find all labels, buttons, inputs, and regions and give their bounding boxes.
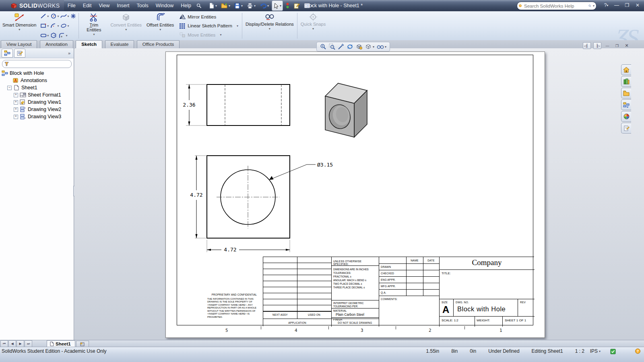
display-style-button[interactable]: ▾ bbox=[365, 43, 374, 50]
undo-button[interactable]: ▾ bbox=[258, 0, 270, 11]
smart-dimension-caret[interactable]: ▾ bbox=[19, 28, 20, 31]
tab-view-layout[interactable]: View Layout bbox=[1, 40, 37, 48]
tags-status-icon[interactable] bbox=[610, 349, 616, 354]
quick-tips-icon[interactable]: ? bbox=[635, 348, 641, 354]
linear-pattern-caret[interactable]: ▾ bbox=[237, 24, 238, 28]
dimension-height[interactable]: 4.72 bbox=[190, 192, 202, 198]
custom-properties-tab[interactable] bbox=[621, 123, 631, 134]
menu-view[interactable]: View bbox=[95, 1, 113, 10]
tree-item-drawing-view3[interactable]: + Drawing View3 bbox=[0, 113, 74, 120]
circle-tool[interactable]: ▾ bbox=[50, 13, 59, 19]
sheet1-tab[interactable]: Sheet1 bbox=[47, 340, 75, 347]
minimize-button[interactable]: — bbox=[612, 2, 621, 9]
drawing-view-top[interactable]: 2.36 bbox=[174, 81, 295, 130]
menu-edit[interactable]: Edit bbox=[79, 1, 95, 10]
app-help-button[interactable]: ?▾ bbox=[601, 2, 611, 9]
smart-dimension-button[interactable]: Smart Dimension ▾ bbox=[0, 11, 39, 40]
hole-diameter-callout[interactable]: Ø3.15 bbox=[317, 162, 333, 168]
close-button[interactable]: ✕ bbox=[633, 2, 642, 9]
hide-show-items-button[interactable]: ▾ bbox=[377, 44, 386, 49]
move-entities-button[interactable]: Move Entities ▾ bbox=[178, 31, 239, 38]
tree-item-annotations[interactable]: A Annotations bbox=[0, 77, 74, 84]
view-palette-tab[interactable] bbox=[621, 111, 631, 122]
tab-annotation[interactable]: Annotation bbox=[40, 40, 73, 48]
convert-entities-button[interactable]: Convert Entities ▾ bbox=[108, 11, 144, 40]
fillet-tool[interactable]: ▾ bbox=[58, 32, 68, 39]
featuremanager-tab[interactable] bbox=[2, 49, 13, 58]
menu-insert[interactable]: Insert bbox=[113, 1, 133, 10]
units-selector[interactable]: IPS ▾ bbox=[590, 348, 601, 354]
prev-sheet-button[interactable]: ◀ bbox=[8, 340, 16, 347]
3d-drawing-view-button[interactable] bbox=[356, 43, 363, 50]
linear-sketch-pattern-button[interactable]: Linear Sketch Pattern ▾ bbox=[178, 23, 239, 29]
save-button[interactable]: ▾ bbox=[233, 0, 244, 11]
add-sheet-tab[interactable] bbox=[76, 341, 89, 347]
quick-snaps-caret[interactable]: ▾ bbox=[312, 27, 314, 31]
dimension-width[interactable]: 4.72 bbox=[224, 247, 236, 253]
view-sketch-button[interactable] bbox=[338, 43, 344, 50]
rebuild-traffic-icon[interactable] bbox=[285, 0, 291, 11]
restore-button[interactable]: ❐ bbox=[622, 2, 632, 9]
spline-tool[interactable]: ▾ bbox=[60, 13, 69, 19]
zoom-to-area-button[interactable] bbox=[329, 43, 335, 50]
panel-collapse-chevron[interactable]: » bbox=[68, 51, 72, 56]
line-tool[interactable]: ▾ bbox=[39, 13, 49, 19]
expand-box[interactable]: + bbox=[14, 115, 18, 119]
search-dropdown-caret[interactable]: ▾ bbox=[593, 4, 594, 8]
menu-pin-icon[interactable] bbox=[195, 2, 203, 10]
doc-minimize-button[interactable]: — bbox=[604, 43, 611, 49]
open-button[interactable]: ▾ bbox=[220, 0, 231, 11]
quick-snaps-button[interactable]: Quick Snaps ▾ bbox=[298, 11, 328, 40]
tree-item-drawing-view1[interactable]: + Drawing View1 bbox=[0, 99, 74, 106]
slot-tool[interactable]: ▾ bbox=[39, 32, 49, 39]
filter-input[interactable] bbox=[10, 61, 69, 67]
polygon-tool[interactable] bbox=[50, 32, 58, 39]
collapse-right-pane-button[interactable]: ▕▷ bbox=[593, 42, 601, 49]
display-delete-relations-caret[interactable]: ▾ bbox=[269, 27, 270, 31]
menu-help[interactable]: Help bbox=[177, 1, 195, 10]
convert-entities-caret[interactable]: ▾ bbox=[125, 28, 127, 31]
collapse-left-pane-button[interactable]: ◁▏ bbox=[583, 42, 591, 49]
tree-filter[interactable] bbox=[2, 60, 72, 68]
drawing-view-isometric[interactable] bbox=[322, 78, 376, 144]
file-properties-button[interactable] bbox=[292, 0, 301, 11]
print-button[interactable]: ▾ bbox=[246, 0, 257, 11]
tree-item-drawing-view2[interactable]: + Drawing View2 bbox=[0, 106, 74, 113]
arc-tool[interactable]: ▾ bbox=[50, 23, 59, 29]
menu-file[interactable]: File bbox=[64, 1, 79, 10]
propertymanager-tab[interactable] bbox=[14, 49, 25, 58]
zoom-to-fit-button[interactable] bbox=[320, 43, 326, 50]
last-sheet-button[interactable]: ⏭ bbox=[25, 340, 32, 347]
select-tool-button[interactable]: ▾ bbox=[272, 0, 283, 11]
mirror-entities-button[interactable]: Mirror Entities bbox=[178, 13, 239, 20]
move-entities-caret[interactable]: ▾ bbox=[220, 33, 221, 37]
first-sheet-button[interactable]: ⏮ bbox=[0, 340, 8, 347]
search-input[interactable] bbox=[523, 3, 587, 9]
doc-close-button[interactable]: ✕ bbox=[623, 43, 630, 49]
display-delete-relations-button[interactable]: Display/Delete Relations ▾ bbox=[243, 11, 296, 40]
tree-item-sheet-format1[interactable]: + Sheet Format1 bbox=[0, 91, 74, 99]
menu-window[interactable]: Window bbox=[152, 1, 177, 10]
rotate-view-button[interactable] bbox=[347, 43, 353, 50]
graphics-area[interactable]: 5 4 3 2 1 2.36 bbox=[74, 48, 644, 340]
design-library-tab[interactable] bbox=[621, 88, 631, 99]
offset-entities-button[interactable]: Offset Entities ▾ bbox=[144, 11, 176, 40]
expand-box[interactable]: + bbox=[14, 93, 18, 97]
doc-restore-button[interactable]: ❐ bbox=[613, 43, 621, 49]
next-sheet-button[interactable]: ▶ bbox=[17, 340, 24, 347]
new-document-button[interactable]: ▾ bbox=[207, 0, 218, 11]
expand-box[interactable]: + bbox=[14, 107, 18, 112]
ellipse-tool[interactable]: ▾ bbox=[60, 23, 69, 29]
dimension-depth[interactable]: 2.36 bbox=[183, 102, 195, 108]
help-search[interactable]: ? ▾ bbox=[517, 2, 597, 10]
point-tool[interactable] bbox=[70, 13, 77, 19]
tree-root-block-with-hole[interactable]: Block with Hole bbox=[0, 70, 74, 77]
menu-tools[interactable]: Tools bbox=[133, 1, 152, 10]
drawing-sheet[interactable]: 5 4 3 2 1 2.36 bbox=[165, 51, 545, 338]
expand-box[interactable]: + bbox=[14, 100, 18, 105]
tree-item-sheet1[interactable]: − Sheet1 bbox=[0, 84, 74, 91]
drawing-view-front[interactable]: 4.72 4.72 Ø3.15 bbox=[174, 152, 343, 257]
rectangle-tool[interactable]: ▾ bbox=[39, 23, 49, 29]
search-icon[interactable] bbox=[588, 3, 591, 8]
trim-entities-button[interactable]: TrimTrim EntitiesEntities ▾ bbox=[80, 11, 108, 40]
